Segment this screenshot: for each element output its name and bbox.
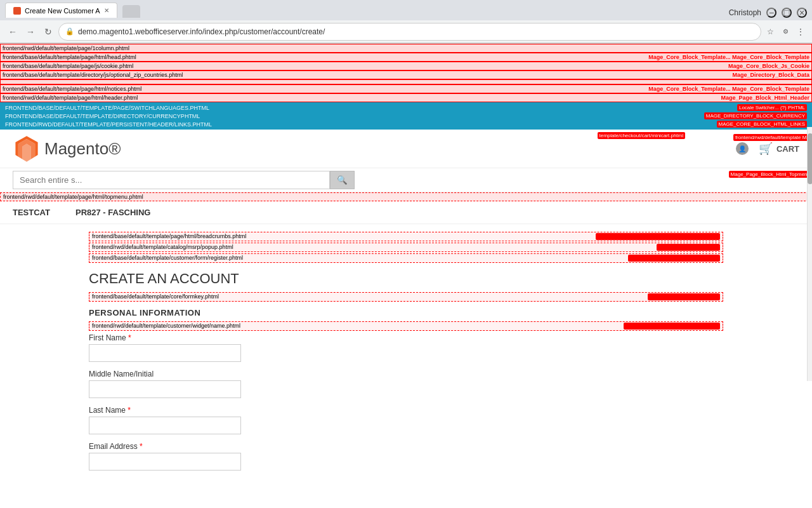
url-text: demo.magento1.webofficeserver.info/index… (78, 27, 325, 36)
bookmark-icon[interactable]: ☆ (764, 25, 776, 38)
search-button[interactable]: 🔍 (330, 171, 355, 189)
debug-bar-4: frontend/base/default/template/directory… (0, 70, 812, 79)
browser-toolbar: ← → ↻ 🔒 demo.magento1.webofficeserver.in… (0, 20, 812, 43)
last-name-input[interactable] (89, 417, 241, 434)
window-close-button[interactable]: × (797, 8, 807, 18)
address-bar[interactable]: 🔒 demo.magento1.webofficeserver.info/ind… (58, 23, 761, 41)
account-icon: 👤 (736, 142, 749, 155)
page-title: CREATE AN ACCOUNT (89, 271, 723, 287)
search-debug-badge: Mage_Page_Block_Html_Topmenu (729, 171, 812, 178)
forward-button[interactable]: → (23, 24, 38, 39)
header-debug-row-3: FRONTEND/RWD/DEFAULT/TEMPLATE/PERSISTENT… (0, 120, 812, 128)
middle-name-field: Middle Name/Initial (89, 370, 723, 398)
debug-bar-1: frontend/rwd/default/template/page/1colu… (0, 44, 812, 53)
last-name-required-star: * (128, 406, 131, 415)
menu-icon[interactable]: ⋮ (794, 25, 807, 38)
last-name-field: Last Name * (89, 406, 723, 434)
register-debug: frontend/base/default/template/customer/… (89, 253, 723, 263)
magento-logo-icon (13, 135, 41, 163)
breadcrumbs-debug: frontend/base/default/template/page/html… (89, 232, 723, 241)
debug-path-7: frontend/rwd/default/template/page/html/… (3, 95, 138, 101)
debug-path-2: frontend/base/default/template/page/html… (3, 54, 136, 60)
first-name-field: First Name * (89, 333, 723, 362)
site-header: template/checkout/cart/minicart.phtml Ma… (0, 130, 812, 168)
reload-button[interactable]: ↻ (41, 24, 56, 39)
debug-path-1: frontend/rwd/default/template/page/1colu… (3, 45, 129, 51)
form-fields: First Name * Middle Name/Initial Last Na… (89, 333, 723, 471)
search-bar-area: 🔍 Mage_Page_Block_Html_Topmenu (0, 168, 812, 192)
debug-bar-2: frontend/base/default/template/page/html… (0, 53, 812, 62)
debug-path-3: frontend/base/default/template/page/js/c… (3, 63, 133, 69)
scrollbar[interactable] (807, 127, 812, 381)
debug-bars-container: frontend/rwd/default/template/page/1colu… (0, 44, 812, 102)
debug-bar-5 (0, 79, 812, 84)
main-content: frontend/base/default/template/page/html… (76, 224, 736, 485)
header-debug-row-1: FRONTEND/BASE/DEFAULT/TEMPLATE/PAGE/SWIT… (0, 104, 812, 112)
logo[interactable]: Magento® (13, 135, 121, 163)
debug-path-6: frontend/base/default/template/page/html… (3, 86, 141, 92)
scroll-thumb[interactable] (808, 133, 812, 184)
email-input[interactable] (89, 453, 241, 471)
cart-label: CART (776, 144, 799, 154)
debug-bar-6: frontend/base/default/template/page/html… (0, 84, 812, 93)
first-name-required-star: * (128, 333, 131, 342)
account-debug-badge: template/checkout/cart/minicart.phtml (598, 132, 686, 139)
tab-favicon (13, 7, 21, 15)
first-name-input[interactable] (89, 344, 241, 362)
cart-button[interactable]: 🛒 CART (759, 142, 799, 156)
nav-debug-path: frontend/rwd/default/template/page/html/… (3, 194, 143, 200)
email-field: Email Address * (89, 442, 723, 471)
tab-close-button[interactable]: ✕ (104, 7, 109, 14)
tab-title: Create New Customer A (25, 7, 100, 15)
last-name-label: Last Name * (89, 406, 723, 415)
account-link[interactable]: 👤 (736, 142, 749, 155)
lock-icon: 🔒 (65, 27, 74, 36)
window-minimize-button[interactable]: − (766, 8, 776, 18)
username-display: Christoph (729, 8, 761, 17)
window-controls: Christoph − □ × (729, 8, 807, 18)
header-debug-row-2: FRONTEND/BASE/DEFAULT/TEMPLATE/DIRECTORY… (0, 112, 812, 120)
cart-icon: 🛒 (759, 142, 773, 156)
logo-text: Magento® (44, 139, 121, 159)
new-tab-button[interactable] (122, 5, 140, 18)
cart-debug-badge: frontend/rwd/default/template Mage_Core_… (733, 134, 812, 141)
nav-item-testcat[interactable]: TESTCAT (13, 201, 50, 224)
first-name-label: First Name * (89, 333, 723, 342)
browser-tab[interactable]: Create New Customer A ✕ (5, 3, 117, 18)
window-maximize-button[interactable]: □ (782, 8, 792, 18)
debug-bar-3: frontend/base/default/template/page/js/c… (0, 62, 812, 70)
extensions-icon[interactable]: ⚙ (779, 25, 792, 38)
middle-name-label: Middle Name/Initial (89, 370, 723, 378)
browser-titlebar: Create New Customer A ✕ Christoph − □ × (0, 0, 812, 20)
nav-items: TESTCAT PR827 - FASCHING (0, 201, 812, 224)
formkey-debug: frontend/base/default/template/core/form… (89, 292, 723, 302)
header-debug-section: FRONTEND/BASE/DEFAULT/TEMPLATE/PAGE/SWIT… (0, 102, 812, 130)
back-button[interactable]: ← (5, 24, 20, 39)
email-label: Email Address * (89, 442, 723, 451)
nav-menu: frontend/rwd/default/template/page/html/… (0, 192, 812, 224)
email-required-star: * (140, 442, 143, 451)
nav-item-pr827[interactable]: PR827 - FASCHING (75, 201, 150, 224)
nav-debug-bar: frontend/rwd/default/template/page/html/… (0, 192, 812, 201)
debug-path-4: frontend/base/default/template/directory… (3, 72, 183, 78)
name-widget-debug: frontend/rwd/default/template/customer/w… (89, 321, 723, 331)
personal-info-title: PERSONAL INFORMATION (89, 308, 723, 318)
browser-toolbar-icons: ☆ ⚙ ⋮ (764, 25, 807, 38)
debug-bar-7: frontend/rwd/default/template/page/html/… (0, 93, 812, 102)
msrp-debug: frontend/rwd/default/template/catalog/ms… (89, 243, 723, 252)
header-right: 👤 🛒 CART frontend/rwd/default/template M… (736, 142, 799, 156)
search-input[interactable] (13, 171, 330, 189)
middle-name-input[interactable] (89, 380, 241, 398)
